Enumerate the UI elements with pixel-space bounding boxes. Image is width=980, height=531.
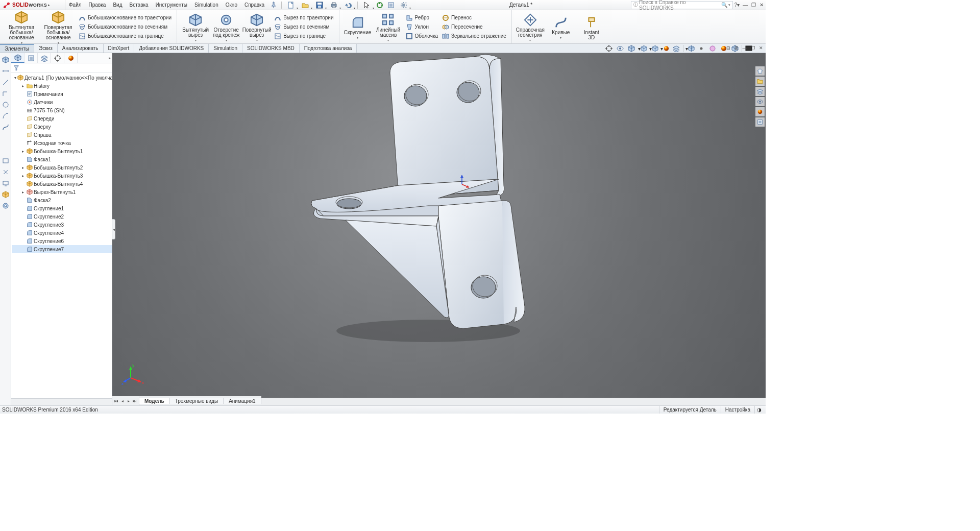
lt-dim-icon[interactable]: [1, 66, 10, 76]
sweep-boss-button[interactable]: Бобышка/основание по траектории: [79, 14, 172, 22]
ref-geometry-button[interactable]: Справочная геометрия▾: [515, 11, 546, 43]
lt-arc-icon[interactable]: [1, 111, 10, 120]
lt-rect-icon[interactable]: [1, 156, 10, 165]
tree-item-16[interactable]: Скругление2: [12, 212, 112, 221]
curves-button[interactable]: Кривые▾: [546, 14, 576, 40]
fm-tab-config[interactable]: [38, 53, 51, 63]
tree-item-9[interactable]: Фаска1: [12, 155, 112, 163]
linear-pattern-button[interactable]: Линейный массив▾: [373, 11, 404, 43]
mirror-button[interactable]: Зеркальное отражение: [442, 32, 506, 40]
tree-item-3[interactable]: 7075-T6 (SN): [12, 106, 112, 114]
menu-вид[interactable]: Вид: [109, 2, 126, 8]
child-tile-icon[interactable]: ⊞: [733, 44, 740, 52]
help-button[interactable]: ?▾: [733, 1, 741, 9]
lt-circle-icon[interactable]: [1, 100, 10, 109]
hud-scene-icon[interactable]: ▾: [660, 44, 670, 53]
tree-item-11[interactable]: ▸Бобышка-Вытянуть3: [12, 172, 112, 180]
instant3d-button[interactable]: Instant 3D: [576, 14, 607, 40]
child-collapse-icon[interactable]: ⊟: [725, 44, 732, 52]
fillet-button[interactable]: Скругление▾: [342, 14, 373, 40]
open-button[interactable]: [298, 1, 312, 10]
menu-simulation[interactable]: Simulation: [191, 2, 222, 8]
lt-corner-icon[interactable]: [1, 89, 10, 98]
tp-library-icon[interactable]: [755, 77, 765, 86]
minimize-button[interactable]: —: [741, 1, 749, 9]
save-button[interactable]: [312, 1, 327, 10]
tree-item-4[interactable]: Спереди: [12, 114, 112, 123]
revolve-boss-button[interactable]: Повернутая бобышка/основание▾: [40, 9, 77, 45]
graphics-viewport[interactable]: ◂: [112, 53, 766, 405]
tp-home-icon[interactable]: [755, 66, 765, 76]
feature-tree[interactable]: ▾Деталь1 (По умолчанию<<По умолчан ▸Hist…: [11, 73, 112, 398]
menu-вставка[interactable]: Вставка: [126, 2, 152, 8]
tp-view-icon[interactable]: [755, 97, 765, 106]
sweep-cut-button[interactable]: Вырез по траектории: [274, 14, 333, 22]
lt-extrude-icon[interactable]: [1, 190, 10, 199]
status-setting[interactable]: Настройка: [721, 406, 754, 414]
tree-item-6[interactable]: Справа: [12, 131, 112, 139]
tree-item-19[interactable]: Скругление6: [12, 237, 112, 245]
loft-cut-button[interactable]: Вырез по сечениям: [274, 23, 333, 31]
status-flag-icon[interactable]: ◑: [754, 406, 764, 414]
lt-display-icon[interactable]: [1, 179, 10, 188]
tree-item-7[interactable]: Исходная точка: [12, 139, 112, 147]
child-close-icon[interactable]: ✕: [757, 44, 765, 52]
fm-hscroll[interactable]: [11, 398, 112, 405]
wrap-button[interactable]: Перенос: [442, 14, 506, 22]
tree-item-12[interactable]: Бобышка-Вытянуть4: [12, 180, 112, 188]
lt-line-icon[interactable]: [1, 78, 10, 87]
hud-item1-icon[interactable]: ▾: [685, 44, 695, 53]
lt-assembly-icon[interactable]: [1, 55, 10, 64]
menu-файл[interactable]: Файл: [65, 2, 85, 8]
fm-filter-bar[interactable]: [11, 63, 112, 73]
lt-trim-icon[interactable]: [1, 167, 10, 177]
ftab-2[interactable]: Анализировать: [58, 44, 104, 53]
tree-item-2[interactable]: Датчики: [12, 98, 112, 106]
menu-окно[interactable]: Окно: [222, 2, 241, 8]
shell-button[interactable]: Оболочка: [406, 32, 438, 40]
btab-nav[interactable]: ⏮◂▸⏭: [112, 396, 139, 405]
app-menu-dropdown-icon[interactable]: ▸: [47, 3, 51, 7]
lt-spline-icon[interactable]: [1, 123, 10, 132]
hud-appear-icon[interactable]: [708, 44, 717, 53]
extrude-cut-button[interactable]: Вытянутый вырез▾: [180, 11, 211, 43]
close-button[interactable]: ✕: [757, 1, 766, 9]
select-button[interactable]: [360, 1, 374, 10]
tree-item-17[interactable]: Скругление3: [12, 221, 112, 229]
new-button[interactable]: [284, 1, 298, 10]
settings-button[interactable]: [397, 1, 411, 10]
menu-справка[interactable]: Справка: [241, 2, 268, 8]
ftab-6[interactable]: SOLIDWORKS MBD: [242, 44, 300, 53]
tree-item-1[interactable]: Примечания: [12, 90, 112, 98]
menu-правка[interactable]: Правка: [85, 2, 110, 8]
tree-item-13[interactable]: ▸Вырез-Вытянуть1: [12, 188, 112, 196]
ftab-0[interactable]: Элементы: [0, 44, 34, 53]
tree-item-18[interactable]: Скругление4: [12, 229, 112, 237]
pin-icon[interactable]: [268, 1, 279, 10]
tree-root[interactable]: ▾Деталь1 (По умолчанию<<По умолчан: [12, 74, 112, 82]
tree-item-10[interactable]: ▸Бобышка-Вытянуть2: [12, 163, 112, 172]
ftab-1[interactable]: Эскиз: [34, 44, 58, 53]
hud-orient-icon[interactable]: ▾: [638, 44, 647, 53]
hud-view-icon[interactable]: [616, 44, 625, 53]
btab-1[interactable]: Трехмерные виды: [170, 398, 224, 404]
undo-button[interactable]: [341, 1, 355, 10]
tree-item-15[interactable]: Скругление1: [12, 204, 112, 212]
tp-property-icon[interactable]: [755, 117, 765, 127]
tree-item-5[interactable]: Сверху: [12, 123, 112, 131]
rebuild-button[interactable]: [374, 1, 385, 10]
orientation-triad[interactable]: y x z: [121, 363, 145, 386]
print-button[interactable]: [327, 1, 341, 10]
options-button[interactable]: [385, 1, 397, 10]
fm-tab-tree[interactable]: [11, 53, 24, 63]
ftab-5[interactable]: Simulation: [209, 44, 242, 53]
child-min-icon[interactable]: —: [741, 44, 748, 52]
hud-display-icon[interactable]: ▾: [649, 44, 658, 53]
hud-section-icon[interactable]: [627, 44, 636, 53]
extrude-boss-button[interactable]: Вытянутая бобышка/основание▾: [3, 9, 40, 45]
tp-explorer-icon[interactable]: [755, 87, 765, 96]
hud-zoom-icon[interactable]: [604, 44, 614, 53]
btab-0[interactable]: Модель: [139, 398, 170, 404]
btab-2[interactable]: Анимация1: [224, 398, 261, 404]
tree-item-20[interactable]: Скругление7: [12, 245, 112, 253]
